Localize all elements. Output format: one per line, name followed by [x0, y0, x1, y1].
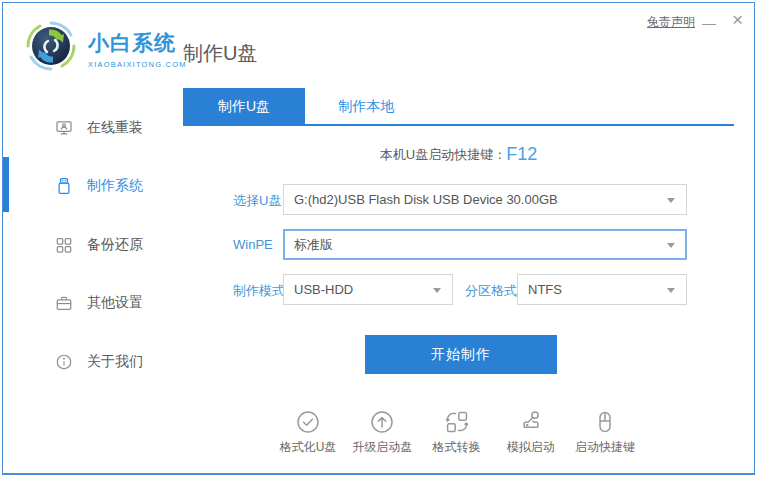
- app-window: 免责声明 — × 小白系统 XIAOBAIXITONG.COM 制作U盘 在: [2, 2, 755, 475]
- sidebar-item-online-reinstall[interactable]: 在线重装: [3, 107, 183, 149]
- sidebar-item-other-settings[interactable]: 其他设置: [3, 282, 183, 324]
- info-icon: [55, 353, 73, 371]
- boot-hotkey-label: 本机U盘启动快捷键：: [380, 147, 506, 162]
- sidebar-item-make-system[interactable]: 制作系统: [3, 165, 183, 207]
- tab-make-usb[interactable]: 制作U盘: [183, 88, 305, 124]
- tool-label: 启动快捷键: [575, 439, 635, 456]
- tool-bar: 格式化U盘 升级启动盘 格式转换: [272, 409, 641, 456]
- sidebar-item-label: 关于我们: [87, 353, 143, 371]
- disclaimer-link[interactable]: 免责声明: [647, 14, 695, 31]
- tab-bar: 制作U盘 制作本地: [183, 88, 734, 126]
- chevron-down-icon: [667, 198, 675, 203]
- page-title: 制作U盘: [183, 40, 257, 67]
- minimize-button[interactable]: —: [702, 16, 716, 30]
- format-convert-icon: [444, 409, 470, 435]
- close-button[interactable]: ×: [732, 10, 743, 29]
- sidebar-item-backup-restore[interactable]: 备份还原: [3, 224, 183, 266]
- mode-select-label: 制作模式: [233, 282, 285, 300]
- winpe-select-label: WinPE: [233, 237, 273, 252]
- chevron-down-icon: [667, 288, 675, 293]
- active-indicator-bar: [3, 157, 9, 212]
- boot-hotkey-value: F12: [506, 144, 537, 164]
- winpe-select-value: 标准版: [294, 237, 333, 252]
- mode-select[interactable]: USB-HDD: [283, 274, 453, 305]
- tool-upgrade-boot-disk[interactable]: 升级启动盘: [346, 409, 418, 456]
- chevron-down-icon: [667, 243, 675, 248]
- chevron-down-icon: [433, 288, 441, 293]
- sidebar-item-label: 制作系统: [87, 177, 143, 195]
- tool-format-convert[interactable]: 格式转换: [421, 409, 493, 456]
- sidebar-item-label: 其他设置: [87, 294, 143, 312]
- app-logo-text: 小白系统 XIAOBAIXITONG.COM: [88, 29, 187, 69]
- start-make-button[interactable]: 开始制作: [365, 335, 557, 374]
- tab-make-local[interactable]: 制作本地: [305, 88, 428, 124]
- sidebar-item-about-us[interactable]: 关于我们: [3, 341, 183, 383]
- tool-format-usb[interactable]: 格式化U盘: [272, 409, 344, 456]
- usb-drive-icon: [55, 177, 73, 195]
- tool-boot-hotkey[interactable]: 启动快捷键: [569, 409, 641, 456]
- boot-hotkey-line: 本机U盘启动快捷键：F12: [183, 144, 734, 165]
- usb-select-value: G:(hd2)USB Flash Disk USB Device 30.00GB: [294, 192, 558, 207]
- app-name: 小白系统: [88, 29, 187, 57]
- partition-select-value: NTFS: [528, 282, 562, 297]
- app-domain: XIAOBAIXITONG.COM: [88, 60, 187, 69]
- main-content: 制作U盘 制作本地 本机U盘启动快捷键：F12 选择U盘 G:(hd2)USB …: [183, 88, 734, 473]
- tool-label: 格式转换: [433, 439, 481, 456]
- tool-simulate-boot[interactable]: 模拟启动: [495, 409, 567, 456]
- monitor-user-icon: [55, 119, 73, 137]
- tool-label: 模拟启动: [507, 439, 555, 456]
- sidebar-item-label: 在线重装: [87, 119, 143, 137]
- winpe-select[interactable]: 标准版: [283, 229, 687, 260]
- arrow-up-circle-icon: [369, 409, 395, 435]
- partition-select-label: 分区格式: [465, 282, 517, 300]
- usb-select-label: 选择U盘: [233, 192, 281, 210]
- mouse-icon: [592, 409, 618, 435]
- sidebar-item-label: 备份还原: [87, 236, 143, 254]
- mode-select-value: USB-HDD: [294, 282, 353, 297]
- briefcase-icon: [55, 294, 73, 312]
- tab-underline: [183, 124, 734, 126]
- tool-label: 升级启动盘: [352, 439, 412, 456]
- backup-grid-icon: [55, 236, 73, 254]
- app-logo-icon: [25, 20, 77, 72]
- tool-label: 格式化U盘: [280, 439, 337, 456]
- partition-select[interactable]: NTFS: [517, 274, 687, 305]
- stamp-icon: [518, 409, 544, 435]
- usb-select[interactable]: G:(hd2)USB Flash Disk USB Device 30.00GB: [283, 184, 687, 215]
- check-circle-icon: [295, 409, 321, 435]
